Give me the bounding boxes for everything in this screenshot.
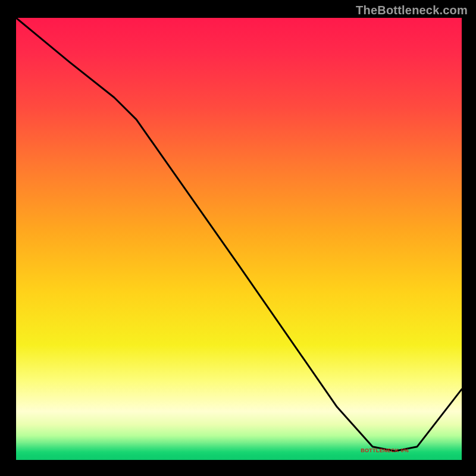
bottleneck-curve [16,18,462,451]
line-plot [16,18,462,460]
watermark-text: TheBottleneck.com [356,4,468,17]
chart-stage: TheBottleneck.com BOTTLENECK 0% [0,0,476,476]
plot-area: BOTTLENECK 0% [16,18,462,460]
zero-bottleneck-annotation: BOTTLENECK 0% [361,447,409,453]
